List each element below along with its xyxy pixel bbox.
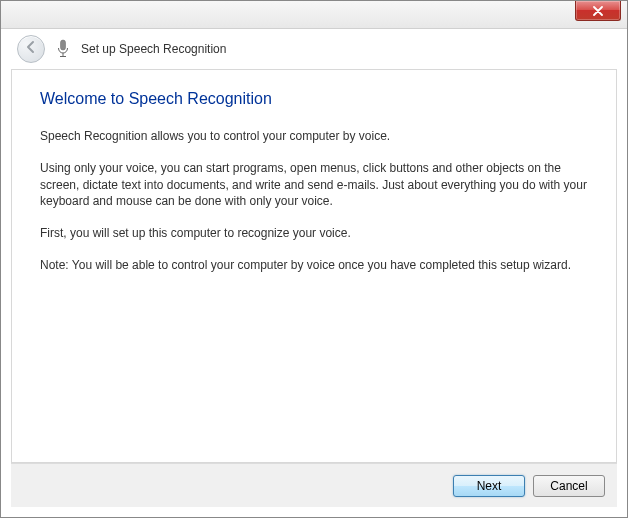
wizard-footer: Next Cancel [11,463,617,507]
page-heading: Welcome to Speech Recognition [40,90,588,108]
next-button[interactable]: Next [453,475,525,497]
close-icon [593,2,603,20]
intro-paragraph-4: Note: You will be able to control your c… [40,257,588,274]
microphone-icon [55,39,71,59]
wizard-window: Set up Speech Recognition Welcome to Spe… [0,0,628,518]
titlebar [1,1,627,29]
wizard-header: Set up Speech Recognition [1,29,627,69]
intro-paragraph-3: First, you will set up this computer to … [40,225,588,242]
intro-paragraph-1: Speech Recognition allows you to control… [40,128,588,145]
content-panel: Welcome to Speech Recognition Speech Rec… [11,69,617,463]
back-arrow-icon [24,40,38,58]
close-button[interactable] [575,1,621,21]
svg-rect-0 [61,40,66,50]
intro-paragraph-2: Using only your voice, you can start pro… [40,160,588,210]
cancel-button[interactable]: Cancel [533,475,605,497]
content-wrapper: Welcome to Speech Recognition Speech Rec… [1,69,627,517]
back-button[interactable] [17,35,45,63]
header-title: Set up Speech Recognition [81,42,226,56]
